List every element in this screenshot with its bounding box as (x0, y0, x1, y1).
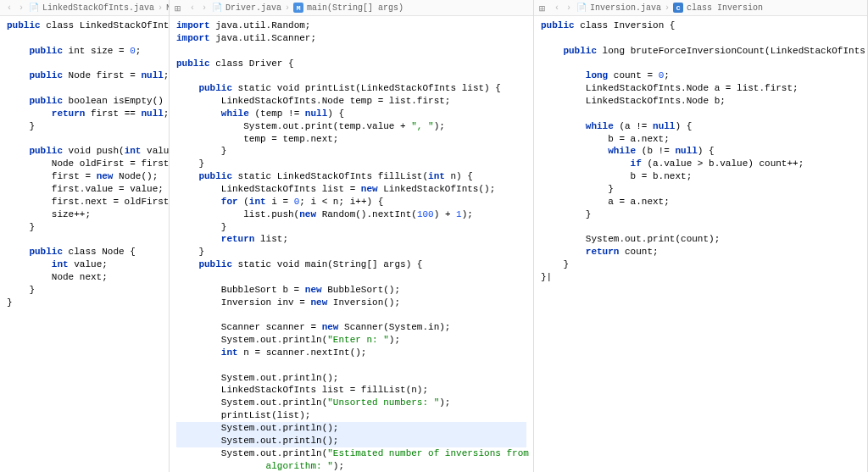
breadcrumb-class[interactable]: class Inversion (687, 3, 763, 13)
nav-forward-icon[interactable]: › (200, 3, 209, 13)
method-badge-icon: M (293, 3, 303, 13)
breadcrumb-extra: No Se (166, 3, 169, 13)
current-line: System.out.println(); (176, 435, 526, 447)
breadcrumb-middle: ‹ › 📄 Driver.java › M main(String[] args… (170, 0, 533, 16)
java-file-icon: 📄 (29, 3, 39, 13)
breadcrumb-left: ‹ › 📄 LinkedStackOfInts.java › No Se (0, 0, 169, 16)
code-editor-left[interactable]: public class LinkedStackOfInts { public … (0, 16, 169, 472)
breadcrumb-right: ‹ › 📄 Inversion.java › C class Inversion (534, 0, 867, 16)
class-badge-icon: C (673, 3, 683, 13)
editor-pane-middle: ‹ › 📄 Driver.java › M main(String[] args… (170, 0, 534, 472)
cursor-position: }| (541, 272, 552, 282)
nav-forward-icon[interactable]: › (565, 3, 573, 13)
nav-back-icon[interactable]: ‹ (188, 3, 197, 13)
breadcrumb-sep-icon: › (285, 3, 290, 13)
current-line: System.out.println(); (176, 422, 526, 435)
breadcrumb-sep-icon: › (665, 3, 670, 13)
nav-back-icon[interactable]: ‹ (553, 3, 561, 13)
breadcrumb-sep-icon: › (158, 3, 163, 13)
breadcrumb-file[interactable]: Inversion.java (590, 3, 661, 13)
breadcrumb-file[interactable]: LinkedStackOfInts.java (42, 3, 154, 13)
nav-forward-icon[interactable]: › (17, 3, 25, 13)
editor-pane-right: ‹ › 📄 Inversion.java › C class Inversion… (534, 0, 868, 472)
grid-icon[interactable] (539, 3, 549, 13)
breadcrumb-file[interactable]: Driver.java (225, 3, 281, 13)
grid-icon[interactable] (175, 3, 185, 13)
code-editor-right[interactable]: public class Inversion { public long bru… (534, 16, 867, 472)
nav-back-icon[interactable]: ‹ (5, 3, 14, 13)
editor-pane-left: ‹ › 📄 LinkedStackOfInts.java › No Se pub… (0, 0, 170, 472)
breadcrumb-method[interactable]: main(String[] args) (307, 3, 403, 13)
java-file-icon: 📄 (576, 3, 587, 13)
java-file-icon: 📄 (212, 3, 222, 13)
code-editor-middle[interactable]: import java.util.Random; import java.uti… (170, 16, 533, 472)
